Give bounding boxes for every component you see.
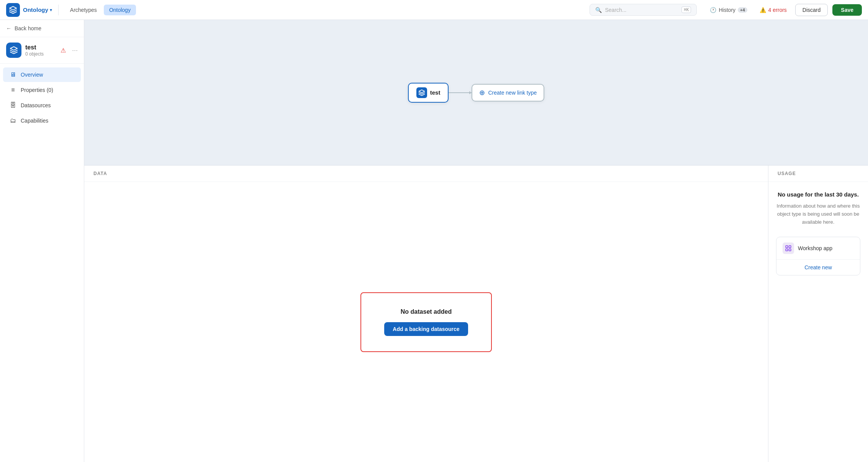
capabilities-icon: 🗂 (9, 117, 17, 124)
back-arrow-icon: ← (6, 25, 11, 31)
sidebar-item-capabilities[interactable]: 🗂 Capabilities (3, 113, 81, 128)
entity-warning-icon: ⚠ (61, 47, 66, 54)
history-icon: 🕐 (710, 7, 716, 13)
node-icon (416, 87, 427, 98)
main-content: test ⊕ Create new link type DATA No data… (84, 20, 868, 462)
search-placeholder: Search... (605, 7, 678, 13)
create-link-type-label: Create new link type (488, 90, 537, 96)
sidebar-item-capabilities-label: Capabilities (21, 118, 48, 124)
topnav-actions: 🕐 History +4 ⚠️ 4 errors Discard Save (706, 4, 862, 16)
app-name-chevron[interactable]: ▾ (50, 7, 52, 13)
data-panel-header: DATA (84, 165, 768, 182)
sidebar-item-datasources-label: Datasources (21, 102, 51, 108)
bottom-panels: DATA No dataset added Add a backing data… (84, 165, 868, 462)
sidebar-item-datasources[interactable]: 🗄 Datasources (3, 98, 81, 113)
search-shortcut: ⌘K (681, 7, 691, 13)
no-dataset-title: No dataset added (384, 308, 468, 315)
search-icon: 🔍 (595, 7, 602, 13)
entity-name: test (25, 44, 57, 51)
entity-node: test (408, 83, 449, 103)
app-name[interactable]: Ontology (23, 7, 48, 13)
workshop-name: Workshop app (798, 245, 832, 251)
graph-area: test ⊕ Create new link type (84, 20, 868, 165)
tab-archetypes[interactable]: Archetypes (65, 5, 102, 15)
sidebar-item-overview[interactable]: 🖥 Overview (3, 67, 81, 82)
history-badge: +4 (738, 7, 747, 13)
svg-rect-3 (789, 249, 791, 251)
overview-icon: 🖥 (9, 71, 17, 78)
node-connector (449, 92, 472, 93)
properties-icon: ≡ (9, 87, 17, 93)
data-panel: DATA No dataset added Add a backing data… (84, 165, 768, 462)
link-plus-icon: ⊕ (479, 88, 485, 97)
data-panel-body: No dataset added Add a backing datasourc… (84, 182, 768, 462)
main-layout: ← Back home test 0 objects ⚠ ··· 🖥 Overv… (0, 20, 868, 462)
entity-info: test 0 objects (25, 44, 57, 57)
sidebar-item-properties[interactable]: ≡ Properties (0) (3, 83, 81, 97)
no-dataset-box: No dataset added Add a backing datasourc… (360, 292, 491, 352)
top-navigation: Ontology ▾ Archetypes Ontology 🔍 Search.… (0, 0, 868, 20)
usage-panel-header: USAGE (768, 165, 868, 182)
app-logo (6, 3, 20, 17)
save-button[interactable]: Save (832, 4, 862, 16)
sidebar-navigation: 🖥 Overview ≡ Properties (0) 🗄 Datasource… (0, 64, 84, 462)
add-datasource-button[interactable]: Add a backing datasource (384, 322, 468, 336)
history-button[interactable]: 🕐 History +4 (706, 5, 751, 15)
entity-header: test 0 objects ⚠ ··· (0, 37, 84, 64)
datasources-icon: 🗄 (9, 102, 17, 109)
sidebar: ← Back home test 0 objects ⚠ ··· 🖥 Overv… (0, 20, 84, 462)
search-bar[interactable]: 🔍 Search... ⌘K (590, 4, 697, 16)
entity-more-button[interactable]: ··· (72, 46, 78, 54)
graph-node-group: test ⊕ Create new link type (408, 83, 545, 103)
node-label: test (430, 89, 441, 96)
usage-panel: USAGE No usage for the last 30 days. Inf… (768, 165, 868, 462)
discard-button[interactable]: Discard (795, 4, 828, 16)
tab-ontology[interactable]: Ontology (104, 5, 136, 15)
workshop-card-header: Workshop app (776, 237, 860, 260)
workshop-create-new-label: Create new (804, 264, 832, 270)
svg-rect-1 (789, 246, 791, 248)
back-home-button[interactable]: ← Back home (0, 20, 84, 37)
error-icon: ⚠️ (760, 7, 766, 13)
back-home-label: Back home (15, 25, 41, 31)
history-label: History (719, 7, 735, 13)
svg-rect-0 (786, 246, 788, 248)
sidebar-item-properties-label: Properties (0) (21, 87, 53, 93)
errors-button[interactable]: ⚠️ 4 errors (756, 5, 791, 15)
sidebar-item-overview-label: Overview (21, 72, 43, 78)
usage-empty-desc: Information about how and where this obj… (776, 202, 860, 226)
entity-icon (6, 43, 21, 58)
errors-label: 4 errors (768, 7, 787, 13)
workshop-icon (783, 242, 794, 254)
usage-panel-body: No usage for the last 30 days. Informati… (768, 182, 868, 462)
nav-separator (58, 5, 59, 15)
workshop-card: Workshop app Create new (776, 237, 860, 275)
create-link-type-button[interactable]: ⊕ Create new link type (472, 84, 544, 102)
workshop-create-new-button[interactable]: Create new (776, 260, 860, 275)
entity-count: 0 objects (25, 51, 57, 57)
svg-rect-2 (786, 249, 788, 251)
usage-empty-title: No usage for the last 30 days. (776, 191, 860, 198)
